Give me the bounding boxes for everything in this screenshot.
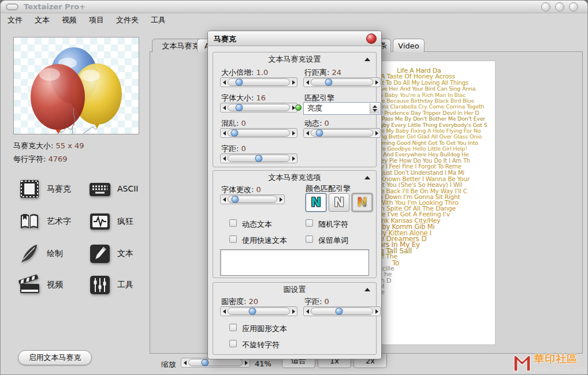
size-mult-left-arrow[interactable] (221, 78, 227, 87)
tool-video[interactable]: 视频 (18, 274, 87, 297)
tool-mosaic[interactable]: 马赛克 (18, 178, 87, 201)
apply-circular-text-label: 应用圆形文本 (242, 324, 287, 334)
line-dist-track[interactable] (311, 78, 373, 86)
menu-text[interactable]: 文本 (35, 15, 50, 25)
spacing-right-arrow[interactable] (291, 154, 296, 163)
tool-tools[interactable]: 工具 (88, 274, 158, 297)
circle-spacing-slider[interactable] (303, 306, 381, 316)
menu-file[interactable]: 文件 (8, 15, 23, 25)
size-mult-value: 1.0 (256, 68, 269, 77)
spacing-left-arrow[interactable] (221, 154, 227, 163)
tool-draw[interactable]: 绘制 (18, 243, 87, 266)
line-dist-thumb[interactable] (325, 78, 332, 86)
tool-wordart-label: 艺术字 (47, 216, 71, 227)
circle-spacing-left-arrow[interactable] (304, 307, 310, 316)
circle-spacing-thumb[interactable] (335, 308, 343, 315)
dynamic-right-arrow[interactable] (374, 129, 379, 137)
menu-video[interactable]: 视频 (62, 15, 77, 25)
color-engine-cyan-button[interactable]: N (306, 193, 326, 212)
size-mult-track[interactable] (228, 78, 290, 86)
size-mult-slider[interactable] (220, 77, 297, 87)
dynamic-thumb[interactable] (315, 129, 323, 137)
window-close-button[interactable] (569, 2, 578, 12)
keyboard-icon (88, 178, 111, 200)
zoom-slider-right-arrow[interactable] (243, 358, 249, 367)
line-dist-slider[interactable] (303, 77, 381, 87)
font-change-thumb[interactable] (231, 196, 239, 203)
size-mult-right-arrow[interactable] (291, 78, 296, 87)
match-engine-dropdown[interactable]: 亮度 (303, 102, 381, 115)
font-change-slider[interactable] (220, 194, 285, 204)
circle-density-value: 20 (249, 297, 259, 306)
no-rotate-chars-checkbox[interactable] (229, 340, 237, 347)
tool-wordart[interactable]: 艺术字 (18, 211, 87, 234)
tool-ascii[interactable]: ASCII (88, 178, 158, 201)
font-change-left-arrow[interactable] (221, 195, 227, 204)
circle-density-left-arrow[interactable] (221, 307, 227, 316)
circle-spacing-track[interactable] (311, 308, 373, 315)
window-maximize-button[interactable] (555, 2, 564, 12)
dynamic-left-arrow[interactable] (304, 129, 310, 137)
group-options-header: 文本马赛克选项 (213, 172, 376, 183)
circle-density-thumb[interactable] (249, 308, 256, 315)
dynamic-text-checkbox[interactable] (229, 219, 237, 227)
tool-text[interactable]: 文本 (88, 243, 158, 266)
fast-text-checkbox[interactable] (229, 235, 237, 243)
keep-words-checkbox[interactable] (306, 235, 313, 243)
random-chars-checkbox[interactable] (306, 219, 313, 227)
spacing-track[interactable] (228, 155, 290, 162)
dialog-title-bar[interactable]: 马赛克 (208, 31, 381, 46)
font-size-left-arrow[interactable] (221, 103, 227, 112)
tool-ascii-label: ASCII (117, 184, 139, 193)
tab-video[interactable]: Video (393, 39, 425, 52)
chaos-slider[interactable] (220, 128, 297, 138)
menu-project[interactable]: 项目 (89, 15, 104, 25)
color-engine-label: 颜色匹配引擎 (306, 183, 351, 194)
size-mult-thumb[interactable] (236, 78, 243, 86)
color-engine-gray-button[interactable]: N (329, 193, 349, 212)
collapse-arrow-icon[interactable] (364, 288, 370, 291)
chaos-track[interactable] (228, 129, 290, 137)
circle-density-right-arrow[interactable] (291, 307, 296, 316)
tool-crazy[interactable]: 疯狂 (88, 211, 158, 234)
chaos-right-arrow[interactable] (291, 129, 296, 137)
circle-spacing-right-arrow[interactable] (374, 307, 379, 316)
dialog-title: 马赛克 (214, 34, 236, 44)
chars-per-line-stat: 每行字符: 4769 (13, 154, 68, 164)
apply-circular-text-checkbox[interactable] (229, 324, 237, 331)
spacing-thumb[interactable] (255, 155, 263, 162)
font-change-right-arrow[interactable] (278, 195, 284, 204)
circle-density-slider[interactable] (220, 306, 297, 316)
font-size-thumb[interactable] (236, 104, 243, 111)
line-dist-left-arrow[interactable] (304, 78, 310, 87)
match-engine-spinner[interactable] (370, 103, 379, 114)
menu-tools[interactable]: 工具 (151, 15, 166, 25)
chaos-thumb[interactable] (230, 129, 238, 137)
chaos-left-arrow[interactable] (221, 129, 227, 137)
group-text-mosaic-settings: 文本马赛克设置 大小倍增: 1.0 行距离: 24 字体大小: 16 (213, 52, 377, 167)
dynamic-track[interactable] (311, 129, 373, 137)
circle-density-label: 圆密度: 20 (221, 297, 258, 307)
spinner-up-icon[interactable] (373, 105, 377, 108)
font-change-track[interactable] (228, 196, 277, 203)
mosaic-text-input[interactable] (220, 249, 369, 276)
zoom-slider-left-arrow[interactable] (182, 358, 188, 367)
zoom-slider-thumb[interactable] (201, 359, 209, 366)
zoom-slider-track[interactable] (188, 359, 243, 366)
collapse-arrow-icon[interactable] (364, 58, 370, 61)
collapse-arrow-icon[interactable] (364, 176, 370, 179)
spinner-down-icon[interactable] (373, 109, 377, 112)
window-minimize-button[interactable] (541, 2, 550, 12)
color-engine-rainbow-button[interactable]: N (352, 193, 373, 212)
menu-folder[interactable]: 文件夹 (116, 15, 139, 25)
enable-text-mosaic-button[interactable]: 启用文本马赛克 (18, 350, 92, 365)
font-size-track[interactable] (228, 104, 290, 111)
zoom-label: 缩放 (161, 359, 176, 370)
dialog-close-button[interactable] (366, 33, 377, 44)
spacing-slider[interactable] (220, 153, 297, 163)
circle-density-track[interactable] (228, 308, 290, 315)
dynamic-slider[interactable] (303, 128, 381, 138)
font-size-slider[interactable] (220, 103, 297, 112)
source-image-thumbnail[interactable] (13, 37, 139, 134)
line-dist-right-arrow[interactable] (374, 78, 379, 87)
